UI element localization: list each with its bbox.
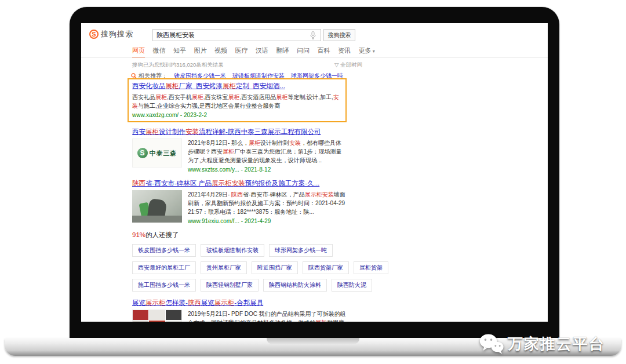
text-segment: 定制_西安烟酒... xyxy=(236,82,285,89)
related-search-chip[interactable]: 铁皮围挡多少钱一米 xyxy=(132,244,196,257)
result-title-link[interactable]: 西安展柜设计制作安装流程详解-陕西中泰三森展示工程有限公司 xyxy=(132,128,347,136)
tab-video[interactable]: 视频 xyxy=(214,46,227,55)
also-searched-rest: 的人还搜了 xyxy=(145,231,179,238)
tab-webpage[interactable]: 网页 xyxy=(132,46,145,55)
tab-baike[interactable]: 百科 xyxy=(318,46,330,55)
result-text: 西安礼品展柜,西安手机展柜,西安珠宝展柜,西安酒店用品展柜等定制,设计,加工,安… xyxy=(132,93,342,118)
laptop-screen-bezel: S 搜狗搜索 搜狗搜索 网页微信知乎图片视频医疗汉语翻译问问百科资讯更多 ▾ xyxy=(70,7,559,339)
result-body: 西安礼品展柜,西安手机展柜,西安珠宝展柜,西安酒店用品展柜等定制,设计,加工,安… xyxy=(132,93,342,118)
chip-row-0: 铁皮围挡多少钱一米玻镁板烟道制作安装球形网架多少钱一吨 xyxy=(132,244,347,257)
search-result-2: 西安展柜设计制作安装流程详解-陕西中泰三森展示工程有限公司S中泰三森2021年8… xyxy=(132,128,347,173)
related-search-chip[interactable]: 陕西轻钢别墅厂家 xyxy=(201,279,259,292)
tab-zhihu[interactable]: 知乎 xyxy=(173,46,186,55)
text-segment: 等定制,设计,加工, xyxy=(287,94,333,100)
result-description: 2021年8月12日- 那么，展柜设计制作到安装，都有哪些具体步骤呢？西安展柜厂… xyxy=(188,139,347,165)
sogou-search-page: S 搜狗搜索 搜狗搜索 网页微信知乎图片视频医疗汉语翻译问问百科资讯更多 ▾ xyxy=(81,23,548,322)
tab-more[interactable]: 更多 ▾ xyxy=(359,46,375,55)
company-logo-icon: S xyxy=(137,148,148,158)
keyword-highlight: 展柜 xyxy=(223,148,234,155)
keyword-highlight: 展柜 xyxy=(145,128,159,135)
keyword-highlight: 展柜 xyxy=(276,94,287,100)
result-count: 搜狗已为您找到约316,020条相关结果 xyxy=(132,61,224,69)
company-logo-text: 中泰三森 xyxy=(150,149,177,158)
text-segment: 展览 xyxy=(201,299,214,306)
related-search-chip[interactable]: 贵州展柜厂家 xyxy=(201,261,247,274)
result-text: 2021年4月29日- 陕西省-西安市-碑林区，产品展示柜安装墙面刷新，家具翻新… xyxy=(188,190,347,224)
keyword-highlight: 展柜 xyxy=(228,94,240,100)
tab-translate[interactable]: 翻译 xyxy=(276,46,289,55)
related-search-chip[interactable]: 陕西防火泥 xyxy=(332,279,372,292)
laptop-base-notch xyxy=(267,338,359,344)
tab-medical[interactable]: 医疗 xyxy=(235,46,248,55)
result-url[interactable]: www.xaxdzg.com/ - 2023-2-2 xyxy=(132,112,342,118)
result-description: 2019年5月21日- PDF DOC 我们的产品结构采用了可拆装的组合方式，同… xyxy=(188,310,347,322)
also-searched-chips: 铁皮围挡多少钱一米玻镁板烟道制作安装球形网架多少钱一吨西安最好的展柜工厂贵州展柜… xyxy=(132,244,347,292)
text-segment: 西安礼品 xyxy=(132,94,155,100)
text-segment: 怎样装- xyxy=(166,299,188,306)
keyword-highlight: 陕西 xyxy=(231,191,243,198)
text-segment: ,西安酒店用品 xyxy=(240,94,276,100)
time-filter[interactable]: ▽ 全部时间 xyxy=(334,61,362,69)
text-segment: 2021年4月29日- xyxy=(188,191,231,198)
result-thumb-wrap xyxy=(132,310,182,322)
time-filter-label: 全部时间 xyxy=(340,61,362,68)
also-searched-percent: 91% xyxy=(132,231,145,238)
tab-news[interactable]: 资讯 xyxy=(338,46,351,55)
keyword-highlight: 展柜 xyxy=(192,94,203,100)
related-search-chip[interactable]: 附近围挡厂家 xyxy=(252,261,298,274)
search-result-3: 陕西省-西安市-碑林区 产品展示柜安装预约报价及施工方案-久...2021年4月… xyxy=(132,179,347,224)
collage-tile xyxy=(133,310,148,320)
collage-tile xyxy=(149,321,165,322)
related-search-chip[interactable]: 西安最好的展柜工厂 xyxy=(132,261,196,274)
result-thumbnail-photo[interactable] xyxy=(132,190,182,223)
related-search-chip[interactable]: 球形网架多少钱一吨 xyxy=(269,244,333,257)
keyword-highlight: 展柜 xyxy=(166,82,179,89)
related-search-chip[interactable]: 陕西货架厂家 xyxy=(303,261,349,274)
text-segment: 与施工,企业综合实力强,是西北地区会展行业整合服务商 xyxy=(138,103,281,109)
related-search-chip[interactable]: 施工围挡多少钱一米 xyxy=(132,279,196,292)
collage-tile xyxy=(149,310,165,320)
related-search-chip[interactable]: 玻镁板烟道制作安装 xyxy=(201,244,264,257)
text-segment: 安 xyxy=(217,148,223,155)
watermark-text: 万家推云平台 xyxy=(508,334,605,354)
tab-images[interactable]: 图片 xyxy=(194,46,207,55)
tab-wenwen[interactable]: 问问 xyxy=(297,46,310,55)
photo-shape xyxy=(132,216,182,223)
results-top: 西安化妆品展柜厂家_西安烤漆展柜定制_西安烟酒...西安礼品展柜,西安手机展柜,… xyxy=(128,78,347,224)
page: S 搜狗搜索 搜狗搜索 网页微信知乎图片视频医疗汉语翻译问问百科资讯更多 ▾ xyxy=(0,0,626,364)
result-text: 2019年5月21日- PDF DOC 我们的产品结构采用了可拆装的组合方式，同… xyxy=(188,310,347,322)
search-input[interactable] xyxy=(153,32,310,39)
results-list: 西安化妆品展柜厂家_西安烤漆展柜定制_西安烟酒...西安礼品展柜,西安手机展柜,… xyxy=(128,78,347,322)
related-search-chip[interactable]: 陕西钢结构防火涂料 xyxy=(263,279,327,292)
related-search-chip[interactable]: 展柜货架 xyxy=(354,261,388,274)
tab-weixin[interactable]: 微信 xyxy=(153,46,166,55)
search-box xyxy=(152,29,321,41)
result-title-link[interactable]: 陕西省-西安市-碑林区 产品展示柜安装预约报价及施工方案-久... xyxy=(132,179,347,188)
result-body: 2019年5月21日- PDF DOC 我们的产品结构采用了可拆装的组合方式，同… xyxy=(132,310,347,322)
watermark: 万家推云平台 xyxy=(479,333,605,355)
result-thumbnail-collage[interactable] xyxy=(132,310,182,322)
mic-icon[interactable] xyxy=(310,31,316,39)
result-thumbnail-logo[interactable]: S中泰三森 xyxy=(132,139,182,168)
text-segment: 省-西安市-碑林区 产品 xyxy=(145,180,212,187)
sogou-logo-text: 搜狗搜索 xyxy=(101,29,133,39)
result-description: 西安礼品展柜,西安手机展柜,西安珠宝展柜,西安酒店用品展柜等定制,设计,加工,安… xyxy=(132,93,342,110)
keyword-highlight: 展示柜 xyxy=(214,299,235,306)
result-url[interactable]: www.91exiu.com/f... - 2021-4-29 xyxy=(188,218,347,224)
keyword-highlight: 陕西 xyxy=(132,180,145,187)
search-button[interactable]: 搜狗搜索 xyxy=(323,29,355,41)
result-title-link[interactable]: 展览展示柜怎样装-陕西展览展示柜-合邦展具 xyxy=(132,299,347,307)
tab-hanyu[interactable]: 汉语 xyxy=(256,46,268,55)
keyword-highlight: 安装 xyxy=(185,128,199,135)
text-segment: 2021年8月12日- 那么， xyxy=(188,140,249,146)
result-thumb-wrap xyxy=(132,190,182,224)
nav-divider xyxy=(81,57,548,58)
result-url[interactable]: www.sxztss.com/y... - 2021-8-12 xyxy=(188,166,347,173)
result-title-link[interactable]: 西安化妆品展柜厂家_西安烤漆展柜定制_西安烟酒... xyxy=(132,82,342,90)
nav-tabs: 网页微信知乎图片视频医疗汉语翻译问问百科资讯更多 ▾ xyxy=(132,46,375,55)
sogou-logo[interactable]: S 搜狗搜索 xyxy=(89,29,133,39)
text-segment: 设计制作 xyxy=(159,128,185,135)
text-segment: -合邦展具 xyxy=(234,299,263,306)
search-result-4: 展览展示柜怎样装-陕西展览展示柜-合邦展具2019年5月21日- PDF DOC… xyxy=(132,299,347,322)
search-result-1: 西安化妆品展柜厂家_西安烤漆展柜定制_西安烟酒...西安礼品展柜,西安手机展柜,… xyxy=(128,78,347,122)
